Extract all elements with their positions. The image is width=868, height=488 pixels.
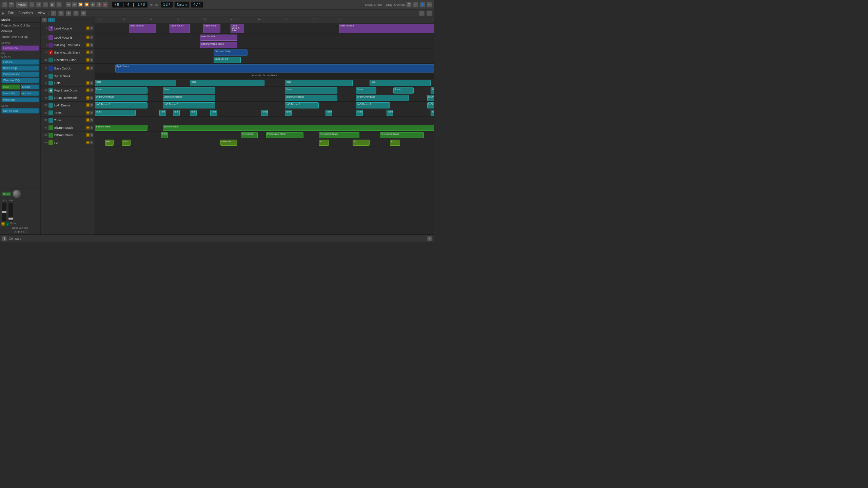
track-header-1[interactable]: 1 🎤 Lead Vocal A M S bbox=[41, 23, 95, 34]
fader-track2[interactable] bbox=[8, 203, 14, 221]
plugin-icon[interactable]: ▦ bbox=[50, 2, 55, 7]
timeline-ruler[interactable]: 25 29 33 37 41 45 49 53 57 61 bbox=[95, 17, 434, 23]
track53-solo[interactable]: S bbox=[90, 126, 93, 129]
clip-eldrum-2[interactable]: ElDrum Stack bbox=[163, 125, 434, 131]
read-button[interactable]: Read bbox=[1, 192, 11, 196]
movie-section[interactable]: Movie bbox=[0, 17, 40, 23]
track3-solo[interactable]: S bbox=[90, 43, 93, 47]
track1-solo[interactable]: S bbox=[90, 26, 93, 30]
fader-track1[interactable] bbox=[1, 203, 7, 221]
track69-mute[interactable]: M bbox=[86, 141, 90, 144]
track-header-50[interactable]: 50 🎶 LoFi Drums M S bbox=[41, 102, 95, 109]
track21-solo[interactable]: S bbox=[90, 66, 93, 70]
x-icon[interactable]: ✕ bbox=[56, 2, 62, 7]
match-eq-button[interactable]: Match EQ bbox=[1, 91, 20, 96]
clip-overheads-2[interactable]: Drum Overheads bbox=[163, 95, 215, 101]
clip-tom-2[interactable]: Tom bbox=[173, 110, 180, 116]
rewind-button[interactable]: ⏪ bbox=[78, 2, 83, 7]
clip-lofi-4[interactable]: LoFi Drums 2 bbox=[356, 102, 390, 108]
clip-lead-vocal-a-3[interactable]: Lead Vocal A bbox=[203, 24, 220, 33]
clip-overheads-5[interactable]: Drum Overheads bbox=[427, 95, 434, 101]
track63-mute[interactable]: M bbox=[86, 133, 90, 137]
collapse-button[interactable]: ▶ bbox=[2, 12, 4, 15]
clip-lofi-3[interactable]: LoFi Drums 1 bbox=[285, 102, 319, 108]
track51-solo[interactable]: S bbox=[90, 111, 93, 115]
track69-solo[interactable]: S bbox=[90, 141, 93, 144]
track2-solo[interactable]: S bbox=[90, 36, 93, 39]
movie-button[interactable]: Movie bbox=[16, 2, 28, 8]
track1-mute[interactable]: M bbox=[86, 26, 90, 30]
track52-mute[interactable]: M bbox=[86, 118, 90, 122]
bass-amp-button[interactable]: Bass Amp bbox=[1, 65, 39, 71]
track-header-69[interactable]: 69 FX M S bbox=[41, 139, 95, 146]
track-section[interactable]: Track: Bass Cut Up bbox=[0, 34, 40, 40]
record-button[interactable]: ⏺ bbox=[102, 2, 108, 7]
clip-snare-5[interactable]: Snare bbox=[393, 87, 414, 94]
multimeter-button[interactable]: MultMeter bbox=[1, 97, 39, 102]
midi-icon[interactable]: ♪ bbox=[43, 2, 48, 7]
clip-distorted-guitar[interactable]: Distorted Guitar bbox=[214, 49, 248, 56]
clip-overheads-1[interactable]: Drum Overheads bbox=[95, 95, 147, 101]
track53-mute[interactable]: M bbox=[86, 126, 90, 129]
clip-toms-7[interactable]: Toms bbox=[431, 110, 434, 116]
clip-perc-1[interactable]: Perc bbox=[161, 132, 168, 138]
zoom-in-icon[interactable]: + bbox=[419, 11, 425, 16]
clip-fx-laser[interactable]: Lasr bbox=[122, 140, 131, 146]
clip-toms-1[interactable]: Toms bbox=[95, 110, 136, 116]
snap-icon[interactable]: ⊞ bbox=[81, 11, 86, 16]
track19-mute[interactable]: M bbox=[86, 50, 90, 54]
clip-fx-4[interactable]: FX bbox=[390, 140, 400, 146]
track49-solo[interactable]: S bbox=[90, 96, 93, 100]
cursor-icon[interactable]: ↖ bbox=[58, 11, 64, 16]
clip-toms-5[interactable]: Toms bbox=[356, 110, 363, 116]
clip-hats-2[interactable]: Hats bbox=[190, 80, 264, 86]
track51-mute[interactable]: M bbox=[86, 111, 90, 115]
logo-icon[interactable]: ⬡ bbox=[2, 2, 7, 7]
clip-eldrum-1[interactable]: ElDrum Stack bbox=[95, 125, 147, 131]
track20-mute[interactable]: M bbox=[86, 58, 90, 62]
clip-fx-2[interactable]: FX bbox=[319, 140, 329, 146]
clip-hats-1[interactable]: Hats bbox=[95, 80, 176, 86]
track-header-21[interactable]: 21 Bass Cut Up M S bbox=[41, 64, 95, 73]
track49-mute[interactable]: M bbox=[86, 96, 90, 100]
search-icon[interactable]: ⌕ bbox=[413, 2, 418, 7]
track2-mute[interactable]: M bbox=[86, 36, 90, 39]
clip-fx-laser-sw[interactable]: Laser Sw bbox=[220, 140, 237, 146]
clip-bass-cut-up[interactable]: Bass Cut Up bbox=[214, 57, 241, 63]
clip-snare-4[interactable]: Snare bbox=[356, 87, 376, 94]
clip-fx-3[interactable]: FX bbox=[353, 140, 370, 146]
clip-toms-2[interactable]: Toms bbox=[261, 110, 268, 116]
ad-limit-button[interactable]: AdLimit bbox=[21, 91, 39, 96]
gain-button[interactable]: Gain bbox=[1, 84, 20, 89]
clip-snare-3[interactable]: Snare bbox=[285, 87, 337, 94]
user-icon[interactable]: 👤 bbox=[420, 2, 425, 7]
clip-lead-vocal-b-1[interactable]: Lead Vocal B bbox=[200, 35, 237, 41]
edit-button[interactable]: Edit bbox=[6, 11, 15, 15]
zoom-out-icon[interactable]: − bbox=[427, 11, 432, 16]
compare-button[interactable]: Compare bbox=[9, 237, 21, 240]
track3-mute[interactable]: M bbox=[86, 43, 90, 47]
clip-percussion-stack-2[interactable]: Percussion Stack bbox=[319, 132, 359, 138]
pan-knob[interactable] bbox=[13, 190, 21, 198]
track48-mute[interactable]: M bbox=[86, 88, 90, 92]
clip-synth-stack[interactable]: Synth Stack bbox=[115, 64, 434, 73]
groups-section[interactable]: Groups bbox=[0, 28, 40, 34]
play2-button[interactable]: ▶ bbox=[90, 2, 96, 7]
track19-solo[interactable]: S bbox=[90, 50, 93, 54]
track-header-46[interactable]: 46 Synth Stack bbox=[41, 73, 95, 79]
close-bottom-button[interactable]: ✕ bbox=[427, 236, 432, 241]
track-header-48[interactable]: 48 🥁 Pop Snare Drum M S bbox=[41, 87, 95, 94]
track-header-51[interactable]: 51 Toms M S bbox=[41, 109, 95, 117]
fast-forward-button[interactable]: ⏩ bbox=[84, 2, 90, 7]
track-header-49[interactable]: 49 🎶 Drum Overheads M S bbox=[41, 94, 95, 102]
compressor-button[interactable]: Compressor bbox=[1, 72, 39, 77]
track-header-20[interactable]: 20 Distorted Guitar M S bbox=[41, 56, 95, 64]
list-view-icon[interactable]: ☰ bbox=[406, 2, 412, 7]
clip-lead-vocal-a-2[interactable]: Lead Vocal A bbox=[170, 24, 190, 33]
track47-mute[interactable]: M bbox=[86, 81, 90, 85]
track-header-53[interactable]: 53 ElDrum Stack M S bbox=[41, 124, 95, 131]
clip-percussion-stack-1[interactable]: Percussion Stack bbox=[266, 132, 303, 138]
helena-mix-button[interactable]: Helena Mix bbox=[1, 45, 39, 51]
clip-backing-vocals[interactable]: Backing Vocals Stack bbox=[200, 42, 237, 48]
settings-icon[interactable]: ⚙ bbox=[36, 2, 41, 7]
